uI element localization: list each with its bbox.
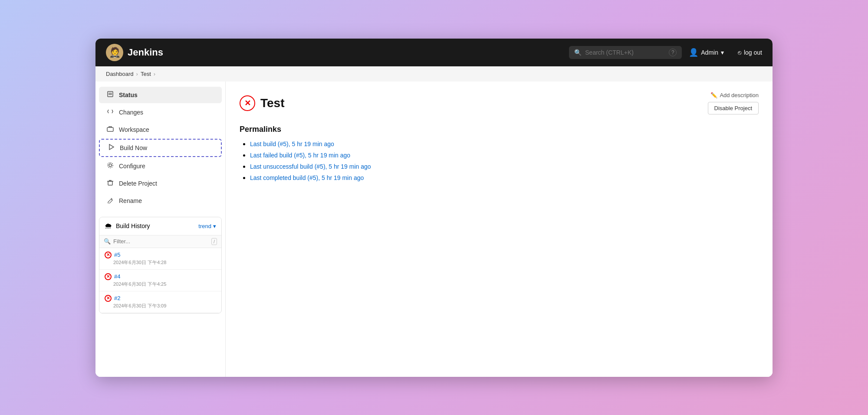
jenkins-avatar: [106, 44, 123, 61]
sidebar-item-workspace-label: Workspace: [119, 126, 149, 133]
page-header: ✕ Test ✏️ Add description Disable Projec…: [240, 92, 759, 114]
build-5-date: 2024年6月30日 下午4:28: [105, 259, 216, 266]
build-2-date: 2024年6月30日 下午3:09: [105, 303, 216, 309]
header: Jenkins 🔍 ? 👤 Admin ▾ ⎋ log out: [95, 39, 773, 66]
build-4-date: 2024年6月30日 下午4:25: [105, 281, 216, 288]
breadcrumb: Dashboard › Test ›: [95, 66, 773, 82]
sidebar-item-configure-label: Configure: [119, 163, 145, 170]
permalinks-section: Permalinks Last build (#5), 5 hr 19 min …: [240, 125, 759, 182]
build-history-label: Build History: [116, 222, 150, 229]
build-item-5[interactable]: ✕ #5 2024年6月30日 下午4:28: [99, 248, 221, 270]
breadcrumb-test[interactable]: Test: [141, 71, 151, 77]
user-dropdown-icon: ▾: [721, 49, 724, 56]
status-icon: [106, 91, 115, 99]
sidebar-item-status-label: Status: [119, 91, 138, 98]
svg-rect-7: [108, 181, 112, 185]
sidebar-item-delete-label: Delete Project: [119, 180, 157, 187]
build-history-section: 🌧 Build History trend ▾ 🔍 / ✕: [99, 217, 222, 314]
breadcrumb-sep-1: ›: [136, 71, 138, 77]
search-icon: 🔍: [574, 49, 582, 56]
filter-search-icon: 🔍: [104, 238, 111, 245]
build-item-2[interactable]: ✕ #2 2024年6月30日 下午3:09: [99, 291, 221, 313]
svg-rect-3: [107, 127, 113, 131]
build-item-2-num: ✕ #2: [105, 295, 216, 302]
permalink-last-build[interactable]: Last build (#5), 5 hr 19 min ago: [250, 141, 334, 147]
sidebar-item-configure[interactable]: Configure: [99, 158, 222, 174]
logout-icon: ⎋: [738, 49, 741, 56]
build-5-fail-icon: ✕: [105, 252, 112, 258]
app-title: Jenkins: [128, 47, 163, 58]
build-item-4-num: ✕ #4: [105, 273, 216, 280]
svg-point-6: [108, 163, 113, 168]
build-history-title: 🌧 Build History: [105, 222, 150, 231]
search-box[interactable]: 🔍 ?: [569, 46, 682, 59]
search-help-icon[interactable]: ?: [669, 49, 677, 56]
build-2-fail-icon: ✕: [105, 295, 112, 302]
configure-icon: [106, 162, 115, 170]
build-2-label: #2: [114, 295, 120, 301]
build-item-4[interactable]: ✕ #4 2024年6月30日 下午4:25: [99, 270, 221, 291]
breadcrumb-sep-2: ›: [154, 71, 155, 77]
right-actions: ✏️ Add description Disable Project: [708, 92, 759, 114]
search-input[interactable]: [585, 49, 665, 56]
logo[interactable]: Jenkins: [106, 44, 163, 61]
list-item: Last unsuccessful build (#5), 5 hr 19 mi…: [250, 163, 759, 170]
svg-rect-0: [108, 91, 113, 97]
build-item-5-num: ✕ #5: [105, 252, 216, 258]
sidebar-item-changes-label: Changes: [119, 109, 143, 116]
permalink-list: Last build (#5), 5 hr 19 min ago Last fa…: [240, 140, 759, 182]
svg-point-5: [109, 164, 112, 167]
list-item: Last failed build (#5), 5 hr 19 min ago: [250, 151, 759, 159]
sidebar-item-workspace[interactable]: Workspace: [99, 121, 222, 138]
permalink-last-unsuccessful[interactable]: Last unsuccessful build (#5), 5 hr 19 mi…: [250, 163, 371, 170]
filter-bar: 🔍 /: [99, 235, 221, 248]
main-layout: Status Changes: [95, 82, 773, 377]
list-item: Last completed build (#5), 5 hr 19 min a…: [250, 174, 759, 182]
sidebar-item-status[interactable]: Status: [99, 87, 222, 103]
sidebar-item-changes[interactable]: Changes: [99, 104, 222, 121]
permalink-last-failed[interactable]: Last failed build (#5), 5 hr 19 min ago: [250, 152, 350, 159]
permalink-last-completed[interactable]: Last completed build (#5), 5 hr 19 min a…: [250, 174, 364, 181]
sidebar-item-delete[interactable]: Delete Project: [99, 175, 222, 192]
svg-marker-4: [109, 144, 114, 150]
sidebar-item-rename-label: Rename: [119, 197, 142, 204]
build-5-label: #5: [114, 252, 120, 258]
add-desc-icon: ✏️: [710, 92, 717, 98]
build-history-header: 🌧 Build History trend ▾: [99, 217, 221, 235]
workspace-icon: [106, 125, 115, 134]
user-menu[interactable]: 👤 Admin ▾: [689, 48, 724, 57]
changes-icon: [106, 108, 115, 117]
page-title: Test: [260, 96, 285, 110]
disable-project-button[interactable]: Disable Project: [708, 102, 759, 114]
sidebar-item-build-now-label: Build Now: [120, 144, 147, 151]
trend-button[interactable]: trend ▾: [198, 223, 216, 229]
filter-input[interactable]: [113, 238, 209, 245]
trend-label: trend: [198, 223, 211, 229]
main-content: ✕ Test ✏️ Add description Disable Projec…: [226, 82, 773, 377]
logout-label: log out: [744, 49, 762, 56]
disable-project-label: Disable Project: [714, 105, 752, 111]
sidebar-item-rename[interactable]: Rename: [99, 193, 222, 209]
user-icon: 👤: [689, 48, 698, 57]
add-desc-label: Add description: [720, 92, 759, 98]
breadcrumb-dashboard[interactable]: Dashboard: [106, 71, 134, 77]
user-label: Admin: [701, 49, 718, 56]
filter-shortcut: /: [211, 238, 217, 245]
permalinks-title: Permalinks: [240, 125, 759, 134]
add-description-button[interactable]: ✏️ Add description: [710, 92, 759, 98]
trend-chevron-icon: ▾: [213, 223, 216, 229]
build-4-label: #4: [114, 273, 120, 280]
build-now-icon: [107, 144, 115, 152]
page-status-icon: ✕: [240, 95, 255, 111]
delete-icon: [106, 179, 115, 188]
build-4-fail-icon: ✕: [105, 273, 112, 280]
list-item: Last build (#5), 5 hr 19 min ago: [250, 140, 759, 148]
logout-button[interactable]: ⎋ log out: [738, 49, 762, 56]
build-history-icon: 🌧: [105, 222, 112, 231]
sidebar-item-build-now[interactable]: Build Now: [99, 139, 222, 157]
sidebar: Status Changes: [95, 82, 226, 377]
rename-icon: [106, 196, 115, 205]
